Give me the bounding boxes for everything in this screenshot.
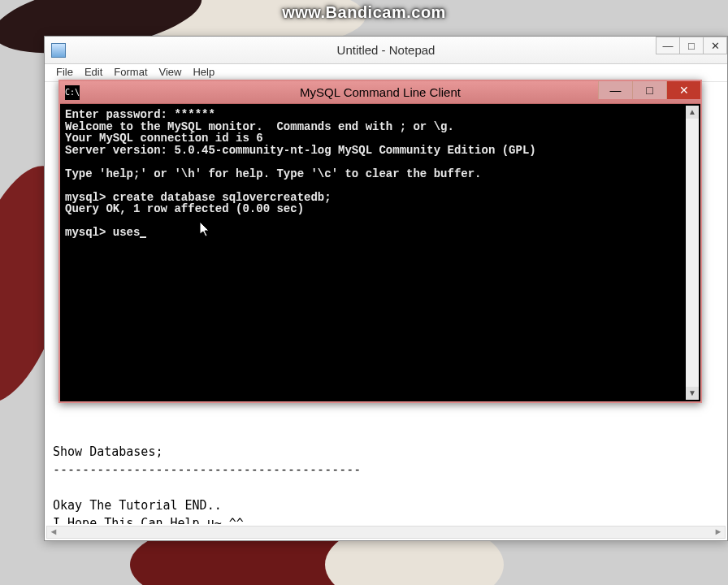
- scroll-right-icon[interactable]: ►: [712, 526, 725, 538]
- scroll-left-icon[interactable]: ◄: [47, 526, 60, 538]
- notepad-title: Untitled - Notepad: [45, 43, 727, 57]
- minimize-button[interactable]: —: [656, 37, 680, 54]
- minimize-button[interactable]: —: [598, 81, 632, 99]
- maximize-button[interactable]: □: [632, 81, 666, 99]
- mysql-console-window: C:\ MySQL Command Line Client — □ ✕ Ente…: [58, 80, 702, 403]
- console-titlebar[interactable]: C:\ MySQL Command Line Client — □ ✕: [60, 81, 700, 104]
- text-cursor: [140, 236, 146, 238]
- vertical-scrollbar[interactable]: ▲ ▼: [686, 106, 699, 400]
- close-button[interactable]: ✕: [666, 81, 700, 99]
- horizontal-scrollbar[interactable]: ◄ ►: [46, 526, 726, 539]
- notepad-titlebar[interactable]: Untitled - Notepad — □ ✕: [45, 37, 727, 64]
- scroll-down-icon[interactable]: ▼: [686, 387, 699, 400]
- console-output[interactable]: Enter password: ****** Welcome to the My…: [62, 106, 686, 400]
- scroll-up-icon[interactable]: ▲: [686, 106, 699, 119]
- maximize-button[interactable]: □: [679, 37, 704, 54]
- close-button[interactable]: ✕: [703, 37, 727, 54]
- recording-watermark: www.Bandicam.com: [0, 3, 728, 22]
